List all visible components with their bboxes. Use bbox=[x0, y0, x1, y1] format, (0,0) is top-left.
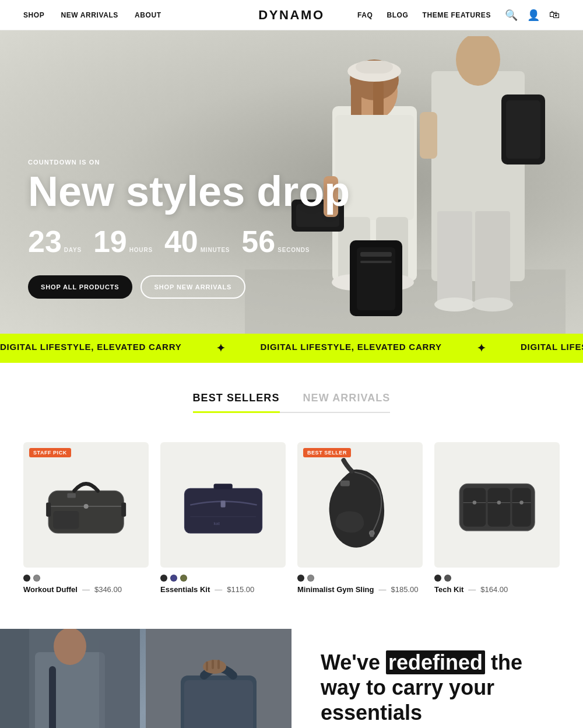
product-dash-4: — bbox=[468, 585, 476, 594]
product-price-4: $164.00 bbox=[480, 585, 508, 594]
product-name-3: Minimalist Gym Sling bbox=[297, 585, 374, 594]
bottom-right-title: We've redefined the way to carry your es… bbox=[321, 650, 554, 726]
svg-rect-45 bbox=[340, 481, 350, 487]
svg-rect-61 bbox=[0, 629, 29, 728]
marquee-item-2: DIGITAL LIFESTYLE, ELEVATED CARRY bbox=[260, 342, 441, 355]
nav-about[interactable]: About bbox=[135, 11, 161, 19]
product-tabs: BEST SELLERS NEW ARRIVALS bbox=[193, 392, 391, 413]
product-info-1: Workout Duffel — $346.00 bbox=[23, 585, 149, 594]
product-image-3[interactable]: BEST SELLER bbox=[297, 442, 423, 568]
hero-buttons: SHOP ALL PRODUCTS SHOP NEW ARRIVALS bbox=[28, 275, 350, 299]
search-icon[interactable]: 🔍 bbox=[505, 9, 518, 22]
bottom-left-images bbox=[0, 629, 292, 728]
svg-point-5 bbox=[434, 298, 475, 312]
shop-all-products-button[interactable]: SHOP ALL PRODUCTS bbox=[28, 275, 132, 299]
svg-rect-34 bbox=[46, 502, 51, 516]
product-image-4[interactable] bbox=[434, 442, 560, 568]
product-info-4: Tech Kit — $164.00 bbox=[434, 585, 560, 594]
product-card-2: kat Essentials Kit — $115.00 bbox=[160, 442, 286, 594]
nav-faq[interactable]: FAQ bbox=[357, 11, 373, 19]
countdown-days-value: 23 bbox=[28, 226, 62, 257]
color-dot-3-2[interactable] bbox=[307, 575, 314, 582]
nav-left: Shop New Arrivals About bbox=[23, 11, 161, 19]
svg-rect-65 bbox=[184, 680, 253, 728]
cart-icon[interactable]: 🛍 bbox=[549, 9, 560, 21]
color-dot-2-2[interactable] bbox=[170, 575, 177, 582]
products-grid: STAFF PICK bbox=[0, 430, 583, 617]
shop-new-arrivals-button[interactable]: SHOP NEW ARRIVALS bbox=[141, 275, 246, 299]
svg-point-6 bbox=[472, 298, 513, 312]
svg-rect-62 bbox=[99, 640, 140, 728]
svg-point-32 bbox=[83, 504, 88, 509]
svg-point-56 bbox=[519, 501, 523, 504]
title-highlight: redefined bbox=[386, 650, 485, 674]
bottom-right-content: We've redefined the way to carry your es… bbox=[292, 629, 583, 728]
nav-right: FAQ Blog Theme Features 🔍 👤 🛍 bbox=[357, 9, 560, 22]
svg-rect-3 bbox=[437, 211, 472, 304]
product-colors-3 bbox=[297, 575, 423, 582]
hero-eyebrow: COUNTDOWN IS ON bbox=[28, 159, 350, 166]
product-badge-3: BEST SELLER bbox=[303, 448, 351, 457]
marquee-item-3: DIGITAL LIFESTYLE, ELEVATED CARRY bbox=[521, 342, 583, 355]
tab-new-arrivals[interactable]: NEW ARRIVALS bbox=[303, 392, 391, 413]
nav-icons: 🔍 👤 🛍 bbox=[505, 9, 560, 22]
product-image-2[interactable]: kat bbox=[160, 442, 286, 568]
account-icon[interactable]: 👤 bbox=[527, 9, 540, 22]
color-dot-4-2[interactable] bbox=[444, 575, 451, 582]
marquee-item-1: DIGITAL LIFESTYLE, ELEVATED CARRY bbox=[0, 342, 181, 355]
title-start: We've bbox=[321, 650, 380, 674]
svg-rect-40 bbox=[213, 484, 232, 489]
tab-best-sellers[interactable]: BEST SELLERS bbox=[193, 392, 280, 413]
svg-rect-35 bbox=[121, 502, 126, 516]
marquee-strip: DIGITAL LIFESTYLE, ELEVATED CARRY ✦ DIGI… bbox=[0, 334, 583, 363]
navbar: Shop New Arrivals About DYNAMO FAQ Blog … bbox=[0, 0, 583, 30]
product-colors-4 bbox=[434, 575, 560, 582]
svg-rect-33 bbox=[53, 511, 79, 529]
countdown-hours-label: HOURS bbox=[129, 247, 153, 253]
color-dot-2-1[interactable] bbox=[160, 575, 167, 582]
countdown-seconds: 56 SECONDS bbox=[241, 226, 310, 257]
product-name-4: Tech Kit bbox=[434, 585, 463, 594]
svg-rect-49 bbox=[487, 488, 510, 526]
countdown-seconds-value: 56 bbox=[241, 226, 275, 257]
product-price-3: $185.00 bbox=[391, 585, 418, 594]
color-dot-3-1[interactable] bbox=[297, 575, 304, 582]
product-name-2: Essentials Kit bbox=[160, 585, 210, 594]
color-dot-1-1[interactable] bbox=[23, 575, 30, 582]
countdown-hours: 19 HOURS bbox=[93, 226, 153, 257]
color-dot-4-1[interactable] bbox=[434, 575, 441, 582]
svg-rect-16 bbox=[356, 61, 393, 74]
svg-rect-39 bbox=[220, 501, 225, 507]
svg-text:kat: kat bbox=[213, 521, 220, 526]
product-card-3: BEST SELLER Minimalist Gym Sl bbox=[297, 442, 423, 594]
site-logo[interactable]: DYNAMO bbox=[258, 8, 325, 23]
countdown-minutes-label: MINUTES bbox=[201, 247, 230, 253]
product-card-1: STAFF PICK bbox=[23, 442, 149, 594]
svg-point-54 bbox=[473, 501, 476, 504]
product-image-1[interactable]: STAFF PICK bbox=[23, 442, 149, 568]
product-name-1: Workout Duffel bbox=[23, 585, 78, 594]
nav-blog[interactable]: Blog bbox=[387, 11, 408, 19]
product-dash-1: — bbox=[82, 585, 90, 594]
svg-rect-4 bbox=[475, 211, 510, 304]
nav-new-arrivals[interactable]: New Arrivals bbox=[61, 11, 118, 19]
product-price-2: $115.00 bbox=[227, 585, 254, 594]
marquee-separator-2: ✦ bbox=[477, 342, 486, 355]
countdown-hours-value: 19 bbox=[93, 226, 127, 257]
product-colors-2 bbox=[160, 575, 286, 582]
hero-content: COUNTDOWN IS ON New styles drop 23 DAYS … bbox=[0, 159, 378, 334]
product-card-4: Tech Kit — $164.00 bbox=[434, 442, 560, 594]
nav-shop[interactable]: Shop bbox=[23, 11, 44, 19]
color-dot-1-2[interactable] bbox=[33, 575, 40, 582]
product-price-1: $346.00 bbox=[94, 585, 122, 594]
product-dash-2: — bbox=[215, 585, 222, 594]
product-info-2: Essentials Kit — $115.00 bbox=[160, 585, 286, 594]
countdown-days-label: DAYS bbox=[64, 247, 82, 253]
nav-theme-features[interactable]: Theme Features bbox=[422, 11, 491, 19]
color-dot-2-3[interactable] bbox=[180, 575, 187, 582]
product-dash-3: — bbox=[378, 585, 386, 594]
marquee-separator-1: ✦ bbox=[216, 342, 225, 355]
countdown-minutes-value: 40 bbox=[164, 226, 198, 257]
bottom-section: We've redefined the way to carry your es… bbox=[0, 629, 583, 728]
product-colors-1 bbox=[23, 575, 149, 582]
